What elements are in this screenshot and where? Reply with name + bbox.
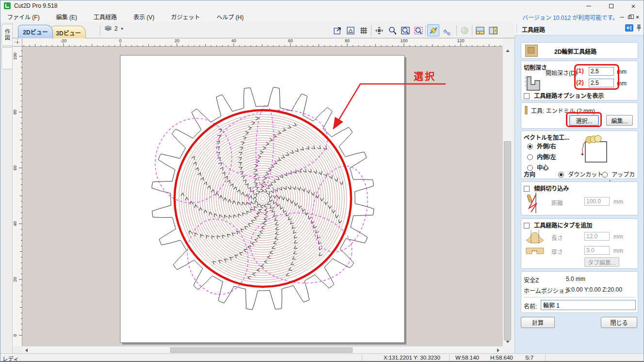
show-toolpath-options-checkbox[interactable] xyxy=(524,93,530,99)
zoom-selection-icon[interactable] xyxy=(412,24,424,36)
menu-gadgets[interactable]: ガジェット xyxy=(169,12,202,22)
ramp-distance-input[interactable] xyxy=(584,197,610,206)
tab-2d-view[interactable]: 2Dビュー xyxy=(18,25,53,38)
panel-close-button[interactable]: × xyxy=(634,14,641,20)
svg-text:40: 40 xyxy=(13,221,17,226)
svg-text:0: 0 xyxy=(13,334,17,336)
zoom-window-icon[interactable] xyxy=(399,24,411,36)
menu-file[interactable]: ファイル (F) xyxy=(5,12,42,22)
datum-crosshair-icon xyxy=(13,38,22,47)
sidebar-tab-secondary[interactable] xyxy=(1,47,12,69)
panel-dock-icon[interactable] xyxy=(625,24,633,33)
panel-restore-button[interactable] xyxy=(627,14,633,20)
left-tab-strip: 作図 xyxy=(0,22,13,354)
toolpath-name-input[interactable] xyxy=(541,300,636,310)
app-logo-icon xyxy=(4,2,11,9)
tab-thickness-label: 厚さ xyxy=(551,247,563,256)
climb-cut-label: ダウンカット xyxy=(568,171,603,178)
outside-right-label: 外側/右 xyxy=(537,143,556,150)
annotation-select-label: 選択 xyxy=(414,69,452,83)
tab-length-input[interactable] xyxy=(584,232,610,241)
annotation-select-button-box xyxy=(566,112,602,127)
panel-grip-handle[interactable] xyxy=(516,24,517,33)
profile-toolpath-icon xyxy=(525,45,538,57)
home-position-value: X:0.00 Y:0.00 Z:20.00 xyxy=(566,286,622,293)
vertical-scrollbar[interactable] xyxy=(502,47,512,346)
close-panel-button[interactable]: 閉じる xyxy=(601,317,637,328)
menu-edit[interactable]: 編集 (E) xyxy=(54,12,79,22)
svg-text:-20: -20 xyxy=(60,38,66,43)
inside-left-label: 内側/左 xyxy=(537,154,556,161)
inside-left-radio[interactable] xyxy=(527,154,533,160)
machine-vectors-title: ベクトルを加工... xyxy=(524,133,569,141)
menu-view[interactable]: 表示 (V) xyxy=(131,12,156,22)
window-maximize-button[interactable] xyxy=(600,0,622,11)
horizontal-scrollbar-thumb[interactable] xyxy=(170,347,353,353)
tab-thickness-icon xyxy=(525,246,545,255)
toolpath-drawing xyxy=(22,47,502,346)
summary-card: 安全Z 5.0 mm ホームポジション X:0.00 Y:0.00 Z:20.0… xyxy=(521,271,638,313)
conventional-cut-radio[interactable] xyxy=(602,172,608,178)
start-depth-label: 開始深さ(D) xyxy=(546,68,577,77)
snap-grid-icon[interactable] xyxy=(357,24,370,36)
climb-cut-radio[interactable] xyxy=(558,172,564,178)
tab-thickness-input[interactable] xyxy=(584,246,610,255)
depth-profile-icon xyxy=(523,73,541,93)
end-mill-icon xyxy=(524,106,528,115)
select-vectors-icon[interactable] xyxy=(427,24,439,36)
tabs-card: 工具経路にタブを追加 長さ mm 厚さ mm タブ編集... xyxy=(521,218,638,269)
status-cursor-coords: X:131.2201 Y: 30.3230 xyxy=(384,355,440,361)
sidebar-tab-drawing[interactable]: 作図 xyxy=(1,24,12,46)
window-close-button[interactable]: × xyxy=(622,0,644,11)
panel-pin-icon[interactable] xyxy=(636,24,642,33)
panel-minimize-button[interactable] xyxy=(619,14,625,20)
ramp-plunge-icon xyxy=(525,192,542,214)
tab-thickness-unit: mm xyxy=(613,247,623,254)
ruler-corner-datum xyxy=(13,38,22,47)
vertical-scrollbar-thumb[interactable] xyxy=(504,141,511,340)
version-update-link[interactable]: バージョン 10.012 が利用可能です。 xyxy=(522,13,618,21)
outside-right-radio[interactable] xyxy=(527,144,533,149)
toolpath-type-title: 2D輪郭工具経路 xyxy=(554,47,596,55)
svg-text:120: 120 xyxy=(457,38,464,43)
svg-text:80: 80 xyxy=(13,110,17,115)
svg-text:80: 80 xyxy=(345,38,350,43)
svg-text:60: 60 xyxy=(288,38,293,43)
horizontal-scrollbar[interactable] xyxy=(22,346,502,353)
window-title: Cut2D Pro 9.518 xyxy=(14,2,57,9)
status-selection-count: S:7 xyxy=(525,355,533,361)
layout-2d3d-icon[interactable] xyxy=(474,24,486,36)
calculate-button[interactable]: 計算 xyxy=(521,317,555,328)
panel-title: 工具経路 xyxy=(522,25,545,33)
add-tabs-title: 工具経路にタブを追加 xyxy=(534,222,592,229)
ramp-checkbox[interactable] xyxy=(524,186,530,192)
svg-text:40: 40 xyxy=(231,38,236,43)
ramp-title: 傾斜切り込み xyxy=(534,185,569,192)
menu-help[interactable]: ヘルプ (H) xyxy=(214,12,245,22)
status-bar xyxy=(0,353,644,362)
layout-split-icon[interactable] xyxy=(487,24,499,36)
menu-toolpath[interactable]: 工具経路 xyxy=(92,12,119,22)
center-label: 中心 xyxy=(537,165,548,171)
node-edit-icon[interactable] xyxy=(441,24,453,36)
safe-z-value: 5.0 mm xyxy=(566,276,585,282)
ramp-distance-unit: mm xyxy=(613,198,623,205)
tab-3d-view[interactable]: 3Dビュー xyxy=(51,26,86,38)
pan-icon[interactable] xyxy=(373,24,385,36)
add-tabs-checkbox[interactable] xyxy=(524,223,530,229)
toolpath-type-card: 2D輪郭工具経路 xyxy=(521,42,638,59)
layer-selector[interactable]: 2 ▼ xyxy=(104,25,124,32)
design-canvas[interactable] xyxy=(22,47,502,346)
svg-text:20: 20 xyxy=(13,277,17,282)
status-ready: レディ xyxy=(2,355,19,362)
annotation-mark-1: (1) xyxy=(576,67,584,74)
toolpath-preview-icon xyxy=(458,24,470,36)
application-window: Cut2D Pro 9.518 × ファイル (F) 編集 (E) 工具経路 表… xyxy=(0,0,644,362)
window-minimize-button[interactable] xyxy=(578,0,600,11)
zoom-fit-icon[interactable] xyxy=(331,24,343,36)
tool-edit-button[interactable]: 編集... xyxy=(606,115,633,126)
svg-text:100: 100 xyxy=(400,38,407,43)
svg-text:100: 100 xyxy=(13,52,17,60)
zoom-drawing-icon[interactable] xyxy=(344,24,356,36)
zoom-tool-icon[interactable] xyxy=(386,24,398,36)
